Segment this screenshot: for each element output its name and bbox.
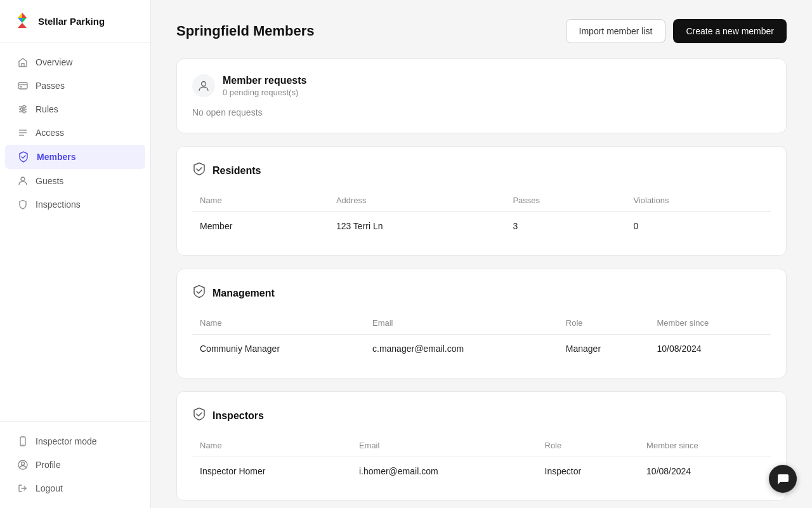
col-name: Name [192, 434, 351, 457]
member-requests-header: Member requests 0 pending request(s) [192, 74, 771, 97]
col-name: Name [192, 189, 329, 212]
member-requests-text: Member requests 0 pending request(s) [223, 75, 307, 97]
svg-point-21 [22, 462, 25, 465]
col-email: Email [351, 434, 537, 457]
sidebar-item-label: Profile [36, 460, 61, 470]
residents-card: Residents Name Address Passes Violations… [176, 146, 787, 256]
inspector-member-since: 10/08/2024 [639, 457, 771, 486]
residents-table: Name Address Passes Violations Member 12… [192, 189, 771, 240]
inspector-role: Inspector [537, 457, 639, 486]
residents-section-title: Residents [213, 165, 261, 177]
logo-icon [13, 11, 32, 30]
no-open-requests-text: No open requests [192, 105, 771, 117]
management-card: Management Name Email Role Member since … [176, 269, 787, 378]
management-role: Manager [558, 335, 650, 363]
card-icon [18, 81, 28, 91]
svg-point-19 [22, 444, 23, 445]
sidebar-item-label: Inspector mode [36, 436, 97, 446]
svg-point-13 [23, 110, 25, 113]
sidebar-item-passes[interactable]: Passes [5, 74, 145, 97]
col-passes: Passes [505, 189, 625, 212]
sidebar-item-label: Rules [36, 104, 58, 114]
sidebar-item-label: Guests [36, 176, 63, 186]
svg-marker-0 [22, 13, 27, 18]
page-title: Springfield Members [176, 23, 315, 39]
sidebar-item-label: Access [36, 128, 64, 138]
sidebar-item-label: Passes [36, 81, 65, 91]
list-icon [18, 128, 28, 138]
svg-point-23 [202, 82, 206, 86]
inspectors-icon [192, 407, 206, 424]
col-email: Email [365, 312, 558, 335]
sidebar-item-inspections[interactable]: Inspections [5, 193, 145, 216]
col-violations: Violations [625, 189, 771, 212]
col-role: Role [537, 434, 639, 457]
management-member-since: 10/08/2024 [649, 335, 771, 363]
management-section-title: Management [213, 288, 275, 299]
inspectors-table: Name Email Role Member since Inspector H… [192, 434, 771, 485]
col-address: Address [329, 189, 506, 212]
svg-point-12 [20, 108, 23, 110]
members-icon [18, 151, 29, 163]
svg-rect-7 [20, 86, 22, 88]
management-table: Name Email Role Member since Communiy Ma… [192, 312, 771, 363]
sidebar-item-rules[interactable]: Rules [5, 98, 145, 121]
table-row: Inspector Homer i.homer@email.com Inspec… [192, 457, 771, 486]
page-header: Springfield Members Import member list C… [176, 19, 787, 43]
inspectors-section-title: Inspectors [213, 410, 264, 422]
app-name: Stellar Parking [38, 16, 105, 27]
svg-marker-1 [18, 13, 22, 18]
svg-point-11 [23, 105, 25, 108]
shield-icon [18, 199, 28, 210]
management-section-header: Management [192, 284, 771, 302]
residents-section-header: Residents [192, 162, 771, 179]
phone-icon [18, 436, 28, 446]
svg-rect-5 [18, 83, 27, 89]
sidebar-item-members[interactable]: Members [5, 145, 145, 169]
sidebar-item-label: Overview [36, 57, 72, 67]
user-circle-icon [18, 460, 28, 470]
management-email: c.manager@email.com [365, 335, 558, 363]
inspector-name: Inspector Homer [192, 457, 351, 486]
member-requests-card: Member requests 0 pending request(s) No … [176, 58, 787, 133]
sidebar-item-label: Members [37, 152, 75, 162]
resident-name: Member [192, 212, 329, 241]
sidebar-item-profile[interactable]: Profile [5, 453, 145, 476]
sliders-icon [18, 104, 28, 114]
sidebar-nav: Overview Passes [0, 43, 150, 421]
inspectors-section-header: Inspectors [192, 407, 771, 424]
sidebar-item-guests[interactable]: Guests [5, 170, 145, 192]
col-name: Name [192, 312, 365, 335]
table-row: Communiy Manager c.manager@email.com Man… [192, 335, 771, 363]
member-requests-subtitle: 0 pending request(s) [223, 88, 307, 97]
member-requests-icon [192, 74, 215, 97]
create-new-member-button[interactable]: Create a new member [673, 19, 787, 43]
inspectors-card: Inspectors Name Email Role Member since … [176, 391, 787, 501]
logout-icon [18, 483, 28, 493]
main-content: Springfield Members Import member list C… [151, 0, 812, 508]
house-icon [18, 57, 28, 67]
sidebar: Stellar Parking Overview Passes [0, 0, 151, 508]
resident-passes: 3 [505, 212, 625, 241]
sidebar-item-overview[interactable]: Overview [5, 51, 145, 74]
person-icon [18, 176, 28, 186]
svg-marker-3 [22, 18, 27, 23]
import-member-list-button[interactable]: Import member list [566, 19, 666, 43]
svg-point-17 [21, 177, 25, 181]
chat-bubble-button[interactable] [769, 465, 797, 493]
sidebar-item-logout[interactable]: Logout [5, 477, 145, 500]
col-member-since: Member since [639, 434, 771, 457]
sidebar-item-inspector-mode[interactable]: Inspector mode [5, 430, 145, 453]
col-role: Role [558, 312, 650, 335]
member-requests-title: Member requests [223, 75, 307, 86]
app-logo: Stellar Parking [0, 0, 150, 43]
sidebar-item-label: Inspections [36, 199, 81, 210]
col-member-since: Member since [649, 312, 771, 335]
sidebar-item-label: Logout [36, 483, 63, 493]
management-icon [192, 284, 206, 302]
sidebar-item-access[interactable]: Access [5, 121, 145, 144]
management-name: Communiy Manager [192, 335, 365, 363]
resident-violations: 0 [625, 212, 771, 241]
table-row: Member 123 Terri Ln 3 0 [192, 212, 771, 241]
inspector-email: i.homer@email.com [351, 457, 537, 486]
